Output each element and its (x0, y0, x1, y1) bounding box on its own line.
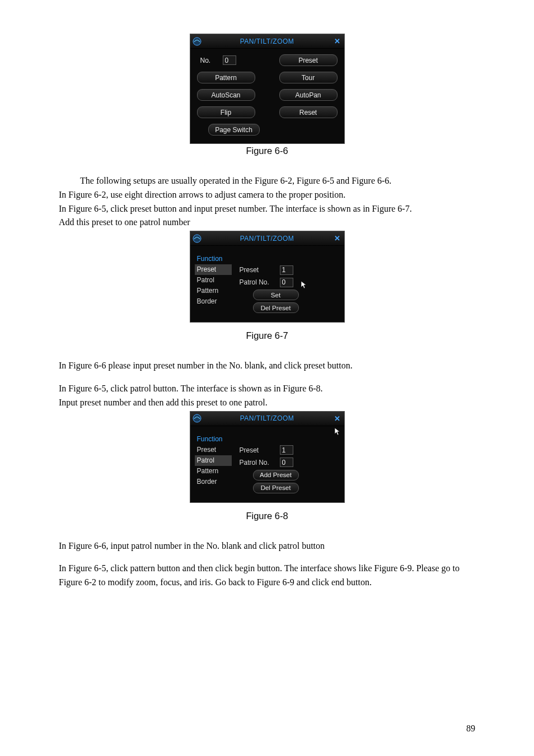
function-list-head: Function (195, 254, 232, 264)
set-button[interactable]: Set (253, 290, 299, 300)
autopan-button[interactable]: AutoPan (279, 89, 338, 101)
paragraph: Input preset number and then add this pr… (59, 396, 475, 410)
paragraph: In Figure 6-6, input patrol number in th… (59, 539, 475, 553)
ptz-panel-fig68: PAN/TILT/ZOOM ✕ Function Preset Patrol P… (190, 411, 345, 503)
function-list-head: Function (195, 434, 232, 445)
paragraph: In Figure 6-6 please input preset number… (59, 359, 475, 373)
del-preset-button[interactable]: Del Preset (253, 483, 299, 493)
app-logo-icon (190, 231, 204, 245)
no-label: No. (197, 57, 216, 64)
function-item-patrol[interactable]: Patrol (195, 455, 232, 466)
preset-label: Preset (240, 266, 275, 274)
ptz-titlebar: PAN/TILT/ZOOM ✕ (190, 412, 344, 426)
patrol-no-input[interactable] (280, 458, 293, 467)
close-icon[interactable]: ✕ (331, 234, 344, 242)
preset-label: Preset (240, 446, 275, 454)
function-list: Function Preset Patrol Pattern Border (195, 434, 232, 493)
reset-button[interactable]: Reset (279, 106, 338, 118)
function-item-preset[interactable]: Preset (195, 264, 232, 275)
page-switch-button[interactable]: Page Switch (208, 124, 260, 136)
preset-input[interactable] (280, 445, 293, 455)
paragraph: In Figure 6-5, click pattern button and … (59, 562, 475, 590)
function-list: Function Preset Patrol Pattern Border (195, 254, 232, 313)
preset-input[interactable] (280, 265, 293, 275)
function-item-pattern[interactable]: Pattern (195, 286, 232, 296)
page-number: 89 (466, 724, 475, 734)
pattern-button[interactable]: Pattern (197, 72, 255, 83)
cursor-icon (301, 281, 307, 290)
ptz-titlebar: PAN/TILT/ZOOM ✕ (190, 231, 344, 246)
patrol-no-input[interactable] (280, 278, 293, 287)
figure-caption-66: Figure 6-6 (59, 146, 475, 156)
panel-title: PAN/TILT/ZOOM (204, 414, 331, 422)
flip-button[interactable]: Flip (197, 106, 255, 118)
app-logo-icon (190, 412, 204, 426)
ptz-panel-fig66: PAN/TILT/ZOOM ✕ No. Preset Pattern Tour … (190, 34, 345, 144)
paragraph: In Figure 6-5, click preset button and i… (59, 202, 475, 216)
cursor-icon (334, 427, 341, 436)
patrol-no-label: Patrol No. (240, 459, 275, 466)
function-item-pattern[interactable]: Pattern (195, 466, 232, 477)
paragraph: Add this preset to one patrol number (59, 216, 475, 230)
del-preset-button[interactable]: Del Preset (253, 302, 299, 313)
app-logo-icon (190, 34, 204, 48)
ptz-panel-fig67: PAN/TILT/ZOOM ✕ Function Preset Patrol P… (190, 231, 345, 323)
function-item-patrol[interactable]: Patrol (195, 275, 232, 286)
panel-title: PAN/TILT/ZOOM (204, 38, 331, 45)
ptz-titlebar: PAN/TILT/ZOOM ✕ (190, 34, 344, 49)
autoscan-button[interactable]: AutoScan (197, 89, 255, 101)
paragraph: In Figure 6-2, use eight direction arrow… (59, 188, 475, 202)
function-item-border[interactable]: Border (195, 296, 232, 307)
panel-title: PAN/TILT/ZOOM (204, 235, 331, 242)
figure-caption-67: Figure 6-7 (59, 330, 475, 341)
function-item-preset[interactable]: Preset (195, 445, 232, 455)
figure-caption-68: Figure 6-8 (59, 511, 475, 521)
tour-button[interactable]: Tour (279, 72, 338, 83)
preset-button[interactable]: Preset (279, 54, 338, 66)
paragraph: The following setups are usually operate… (59, 174, 475, 188)
function-item-border[interactable]: Border (195, 477, 232, 487)
add-preset-button[interactable]: Add Preset (253, 470, 299, 480)
patrol-no-label: Patrol No. (240, 278, 275, 286)
close-icon[interactable]: ✕ (331, 414, 344, 423)
no-input[interactable] (223, 55, 236, 65)
paragraph: In Figure 6-5, click patrol button. The … (59, 382, 475, 396)
close-icon[interactable]: ✕ (331, 37, 344, 45)
